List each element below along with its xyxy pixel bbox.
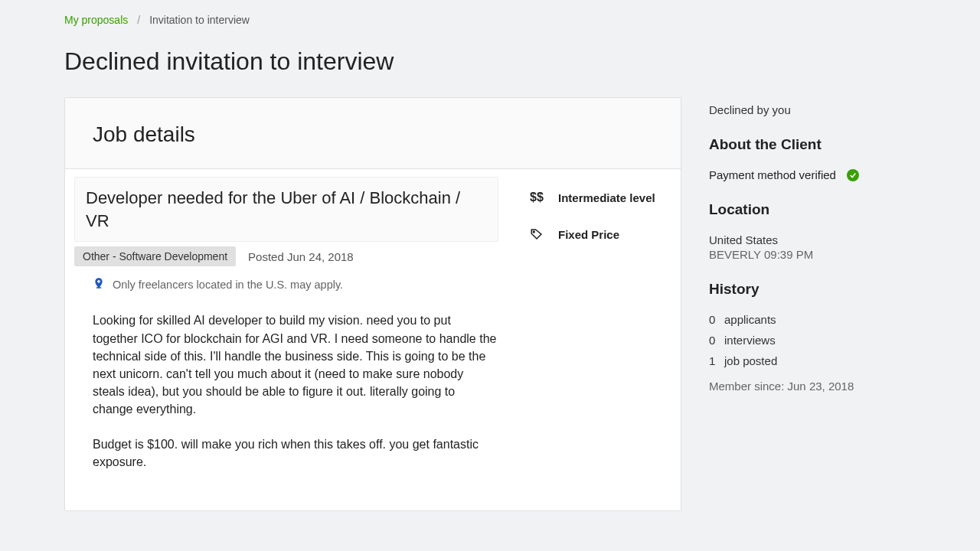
history-count: 1 — [709, 354, 718, 367]
experience-level-row: $$ Intermediate level — [529, 191, 662, 206]
location-restriction-text: Only freelancers located in the U.S. may… — [113, 279, 343, 291]
job-details-card: Job details Developer needed for the Ube… — [64, 97, 681, 511]
location-pin-icon — [93, 277, 105, 292]
breadcrumb-separator: / — [137, 14, 140, 26]
breadcrumb-root-link[interactable]: My proposals — [64, 14, 128, 26]
history-item: 0 interviews — [709, 334, 916, 347]
dollar-icon: $$ — [529, 191, 544, 204]
breadcrumb-current: Invitation to interview — [149, 14, 250, 26]
history-heading: History — [709, 281, 916, 298]
tag-icon — [529, 227, 544, 244]
verified-check-icon — [847, 169, 859, 181]
client-sidebar: Declined by you About the Client Payment… — [709, 97, 916, 393]
about-client-heading: About the Client — [709, 136, 916, 153]
category-chip[interactable]: Other - Software Development — [74, 246, 236, 266]
invitation-status: Declined by you — [709, 97, 916, 116]
svg-rect-0 — [96, 288, 102, 289]
job-title-box: Developer needed for the Uber of AI / Bl… — [74, 177, 498, 242]
price-type-row: Fixed Price — [529, 227, 662, 244]
history-list: 0 applicants 0 interviews 1 job posted — [709, 313, 916, 367]
history-label: job posted — [724, 354, 777, 367]
history-label: interviews — [724, 334, 776, 347]
breadcrumb: My proposals / Invitation to interview — [64, 14, 916, 26]
client-location: United States BEVERLY 09:39 PM — [709, 233, 916, 261]
location-heading: Location — [709, 201, 916, 218]
payment-verified-label: Payment method verified — [709, 168, 836, 181]
history-item: 0 applicants — [709, 313, 916, 326]
page-title: Declined invitation to interview — [64, 47, 916, 76]
payment-verified-row: Payment method verified — [709, 168, 916, 181]
history-item: 1 job posted — [709, 354, 916, 367]
client-country: United States — [709, 233, 916, 246]
history-label: applicants — [724, 313, 776, 326]
location-restriction: Only freelancers located in the U.S. may… — [93, 277, 498, 292]
description-para-1: Looking for skilled AI developer to buil… — [93, 311, 498, 418]
experience-level-label: Intermediate level — [558, 191, 655, 206]
history-count: 0 — [709, 313, 718, 326]
history-count: 0 — [709, 334, 718, 347]
description-para-2: Budget is $100. will make you rich when … — [93, 435, 498, 471]
svg-point-1 — [533, 231, 534, 233]
card-heading: Job details — [93, 122, 653, 147]
job-title: Developer needed for the Uber of AI / Bl… — [86, 187, 487, 232]
price-type-label: Fixed Price — [558, 227, 619, 243]
job-description: Looking for skilled AI developer to buil… — [93, 311, 498, 471]
member-since: Member since: Jun 23, 2018 — [709, 380, 916, 393]
client-city-time: BEVERLY 09:39 PM — [709, 248, 916, 261]
posted-date: Posted Jun 24, 2018 — [248, 250, 354, 263]
